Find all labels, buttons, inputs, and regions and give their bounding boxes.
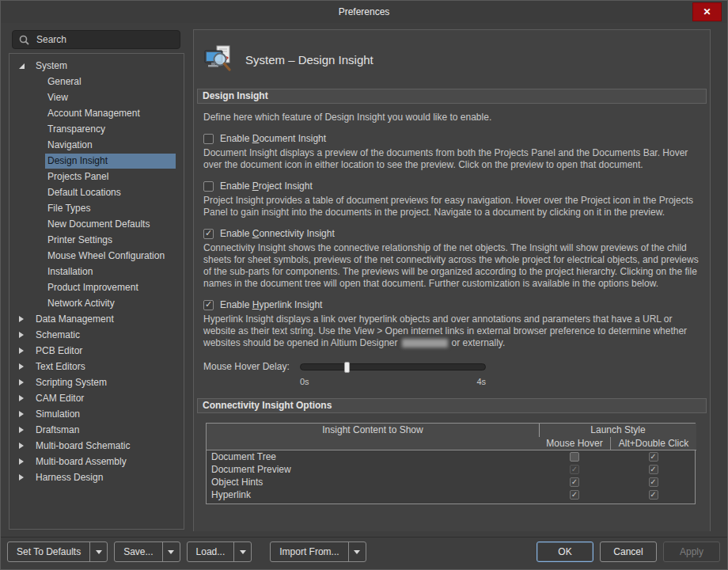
import-from-dropdown[interactable] bbox=[349, 542, 366, 561]
collapsed-arrow-icon[interactable] bbox=[19, 443, 24, 449]
set-to-defaults-button[interactable]: Set To Defaults bbox=[7, 542, 108, 562]
document-insight-description: Document Insight displays a preview of t… bbox=[203, 147, 699, 171]
mouse-hover-delay-label: Mouse Hover Delay: bbox=[203, 361, 300, 372]
page-header: System – Design Insight bbox=[194, 30, 710, 89]
tree-item-account-management[interactable]: Account Management bbox=[9, 105, 184, 121]
chevron-down-icon bbox=[354, 550, 360, 554]
import-from-button[interactable]: Import From... bbox=[270, 542, 366, 562]
search-box[interactable] bbox=[12, 30, 180, 49]
load-dropdown[interactable] bbox=[234, 542, 251, 561]
design-insight-content: Define here which feature of Design Insi… bbox=[194, 112, 710, 386]
tree-item-harness-design[interactable]: Harness Design bbox=[9, 469, 184, 485]
save-dropdown[interactable] bbox=[163, 542, 180, 561]
document-preview-alt-double-click-checkbox[interactable] bbox=[649, 465, 658, 474]
tree-item-printer-settings[interactable]: Printer Settings bbox=[9, 232, 184, 248]
close-icon: ✕ bbox=[703, 6, 711, 17]
collapsed-arrow-icon[interactable] bbox=[19, 332, 24, 338]
collapsed-arrow-icon[interactable] bbox=[19, 395, 24, 401]
enable-connectivity-insight-checkbox[interactable] bbox=[203, 229, 214, 239]
close-button[interactable]: ✕ bbox=[692, 2, 722, 21]
tree-item-cam-editor[interactable]: CAM Editor bbox=[9, 390, 184, 406]
collapsed-arrow-icon[interactable] bbox=[19, 316, 24, 322]
cancel-button[interactable]: Cancel bbox=[600, 542, 657, 562]
enable-project-insight-label: Enable Project Insight bbox=[220, 180, 313, 192]
enable-hyperlink-insight-row: Enable Hyperlink Insight bbox=[203, 298, 699, 311]
preferences-dialog: Preferences ✕ System General View Accoun… bbox=[0, 0, 728, 570]
tree-item-simulation[interactable]: Simulation bbox=[9, 406, 184, 422]
collapsed-arrow-icon[interactable] bbox=[19, 411, 24, 417]
collapsed-arrow-icon[interactable] bbox=[19, 348, 24, 354]
design-insight-icon bbox=[203, 44, 233, 74]
collapsed-arrow-icon[interactable] bbox=[19, 458, 24, 465]
enable-connectivity-insight-row: Enable Connectivity Insight bbox=[203, 227, 699, 240]
tree-item-projects-panel[interactable]: Projects Panel bbox=[9, 169, 184, 184]
tree-item-schematic[interactable]: Schematic bbox=[9, 327, 184, 343]
tree-item-view[interactable]: View bbox=[9, 89, 184, 105]
tree-item-design-insight[interactable]: Design Insight bbox=[9, 153, 184, 169]
enable-document-insight-label: Enable Document Insight bbox=[220, 133, 326, 144]
tree-item-draftsman[interactable]: Draftsman bbox=[9, 422, 184, 438]
collapsed-arrow-icon[interactable] bbox=[19, 379, 24, 386]
document-preview-mouse-hover-checkbox[interactable] bbox=[570, 465, 579, 474]
tree-item-network-activity[interactable]: Network Activity bbox=[9, 295, 184, 311]
document-tree-alt-double-click-checkbox[interactable] bbox=[649, 452, 658, 462]
tree-item-new-document-defaults[interactable]: New Document Defaults bbox=[9, 216, 184, 232]
enable-project-insight-row: Enable Project Insight bbox=[203, 180, 699, 192]
enable-document-insight-checkbox[interactable] bbox=[203, 134, 214, 144]
hyperlink-mouse-hover-checkbox[interactable] bbox=[570, 490, 579, 500]
search-icon bbox=[19, 35, 29, 45]
connectivity-insight-description: Connectivity Insight shows the connectiv… bbox=[203, 242, 699, 290]
tree-item-transparency[interactable]: Transparency bbox=[9, 121, 184, 137]
tree-item-multi-board-assembly[interactable]: Multi-board Assembly bbox=[9, 454, 184, 469]
load-button[interactable]: Load... bbox=[187, 542, 252, 562]
title-bar: Preferences ✕ bbox=[1, 1, 727, 23]
hyperlink-alt-double-click-checkbox[interactable] bbox=[649, 490, 658, 500]
tree-item-pcb-editor[interactable]: PCB Editor bbox=[9, 343, 184, 359]
chevron-down-icon bbox=[96, 550, 102, 554]
tree-item-mouse-wheel-configuration[interactable]: Mouse Wheel Configuration bbox=[9, 248, 184, 264]
ok-button[interactable]: OK bbox=[537, 542, 593, 562]
enable-hyperlink-insight-label: Enable Hyperlink Insight bbox=[220, 299, 322, 310]
column-header-blank bbox=[207, 437, 539, 450]
slider-max-label: 4s bbox=[476, 377, 486, 386]
object-hints-alt-double-click-checkbox[interactable] bbox=[649, 477, 658, 487]
hyperlink-insight-description: Hyperlink Insight displays a link over h… bbox=[203, 314, 699, 349]
enable-document-insight-row: Enable Document Insight bbox=[203, 132, 699, 145]
enable-hyperlink-insight-checkbox[interactable] bbox=[203, 300, 214, 310]
apply-button[interactable]: Apply bbox=[663, 542, 720, 562]
search-input[interactable] bbox=[35, 33, 173, 46]
slider-scale: 0s 4s bbox=[300, 377, 486, 386]
column-header-alt-double-click: Alt+Double Click bbox=[610, 437, 696, 450]
project-insight-description: Project Insight provides a table of docu… bbox=[203, 195, 699, 218]
column-group-content: Insight Content to Show bbox=[207, 424, 539, 437]
chevron-down-icon bbox=[168, 550, 174, 554]
save-button[interactable]: Save... bbox=[114, 542, 180, 562]
document-tree-mouse-hover-checkbox[interactable] bbox=[570, 452, 579, 462]
tree-item-text-editors[interactable]: Text Editors bbox=[9, 359, 184, 374]
collapsed-arrow-icon[interactable] bbox=[19, 363, 24, 370]
tree-item-navigation[interactable]: Navigation bbox=[9, 137, 184, 153]
set-to-defaults-dropdown[interactable] bbox=[90, 542, 107, 561]
tree-item-installation[interactable]: Installation bbox=[9, 264, 184, 279]
enable-connectivity-insight-label: Enable Connectivity Insight bbox=[220, 228, 335, 239]
redacted-text bbox=[402, 339, 448, 348]
table-row: Object Hints bbox=[207, 476, 695, 488]
tree-item-default-locations[interactable]: Default Locations bbox=[9, 184, 184, 200]
chevron-down-icon bbox=[240, 550, 246, 554]
column-group-launch-style: Launch Style bbox=[539, 424, 696, 437]
enable-project-insight-checkbox[interactable] bbox=[203, 181, 214, 192]
tree-item-multi-board-schematic[interactable]: Multi-board Schematic bbox=[9, 438, 184, 454]
collapsed-arrow-icon[interactable] bbox=[19, 474, 24, 481]
column-header-mouse-hover: Mouse Hover bbox=[539, 437, 610, 450]
expanded-arrow-icon[interactable] bbox=[19, 63, 25, 69]
collapsed-arrow-icon[interactable] bbox=[19, 427, 24, 433]
slider-thumb[interactable] bbox=[344, 362, 350, 373]
tree-item-general[interactable]: General bbox=[9, 74, 184, 89]
tree-item-system[interactable]: System bbox=[9, 58, 184, 74]
tree-item-data-management[interactable]: Data Management bbox=[9, 311, 184, 327]
tree-item-scripting-system[interactable]: Scripting System bbox=[9, 374, 184, 390]
tree-item-file-types[interactable]: File Types bbox=[9, 200, 184, 216]
mouse-hover-delay-slider[interactable] bbox=[300, 363, 486, 370]
object-hints-mouse-hover-checkbox[interactable] bbox=[570, 477, 579, 487]
tree-item-product-improvement[interactable]: Product Improvement bbox=[9, 279, 184, 295]
